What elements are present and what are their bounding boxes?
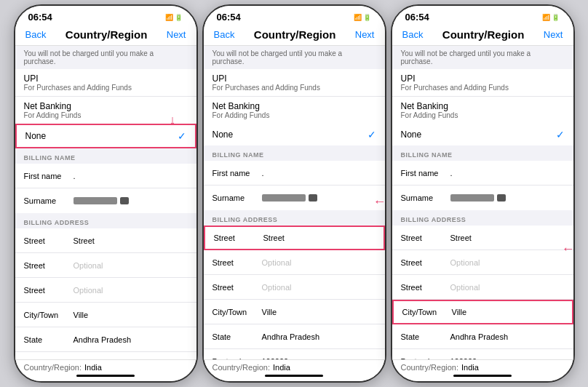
none-row-highlighted[interactable]: None ✓	[15, 124, 196, 148]
payment-option[interactable]: Net Banking For Adding Funds	[392, 97, 573, 124]
address-row-5[interactable]: Postcode 100000	[15, 352, 196, 359]
address-row-5[interactable]: Postcode 100000	[392, 349, 573, 359]
nav-back[interactable]: Back	[402, 29, 424, 40]
address-row-3[interactable]: City/Town Ville	[204, 300, 385, 324]
payment-option[interactable]: UPI For Purchases and Adding Funds	[392, 69, 573, 97]
billing-name-row[interactable]: Surname	[392, 185, 573, 210]
payment-option[interactable]: Net Banking For Adding Funds	[204, 97, 385, 124]
billing-name-row[interactable]: Surname	[204, 185, 385, 210]
nav-next[interactable]: Next	[355, 29, 375, 40]
billing-address-header: BILLING ADDRESS	[392, 210, 573, 226]
billing-name-row[interactable]: First name .	[392, 161, 573, 185]
address-row-1[interactable]: Street Optional	[15, 253, 196, 278]
nav-title: Country/Region	[254, 28, 336, 41]
info-text: You will not be charged until you make a…	[15, 46, 196, 69]
address-row-1[interactable]: Street Optional	[392, 250, 573, 275]
info-text: You will not be charged until you make a…	[204, 46, 385, 69]
status-icons: 📶 🔋	[354, 14, 372, 21]
home-indicator	[76, 375, 135, 377]
address-row-4[interactable]: State Andhra Pradesh	[15, 327, 196, 352]
country-region-label: Country/Region:	[401, 363, 459, 372]
address-row-3[interactable]: City/Town Ville	[15, 303, 196, 327]
country-region-label: Country/Region:	[212, 363, 271, 372]
status-time: 06:54	[405, 12, 429, 23]
none-row[interactable]: None ✓	[204, 124, 385, 145]
address-row-0[interactable]: Street Street	[15, 228, 196, 253]
address-row-2[interactable]: Street Optional	[15, 278, 196, 303]
billing-name-header: BILLING NAME	[204, 145, 385, 161]
phone-2: 06:54 📶 🔋 Back Country/Region Next ←You …	[202, 4, 386, 383]
address-row-4[interactable]: State Andhra Pradesh	[204, 324, 385, 349]
country-region-value: India	[273, 363, 290, 372]
payment-option[interactable]: UPI For Purchases and Adding Funds	[15, 69, 196, 97]
info-text: You will not be charged until you make a…	[392, 46, 573, 69]
address-row-0[interactable]: Street Street	[204, 226, 385, 250]
arrow-down-icon: ↓	[170, 113, 176, 127]
billing-name-row[interactable]: First name .	[15, 164, 196, 188]
arrow-left-city-icon: ←	[562, 242, 575, 255]
none-row[interactable]: None ✓	[392, 124, 573, 145]
status-icons: 📶 🔋	[165, 14, 183, 21]
billing-name-row[interactable]: First name .	[204, 161, 385, 185]
payment-option[interactable]: UPI For Purchases and Adding Funds	[204, 69, 385, 97]
status-icons: 📶 🔋	[542, 14, 560, 21]
billing-name-header: BILLING NAME	[15, 148, 196, 164]
phone-1: 06:54 📶 🔋 Back Country/Region Next ↓You …	[14, 4, 198, 383]
country-region-value: India	[84, 363, 102, 372]
address-row-5[interactable]: Postcode 100000	[204, 349, 385, 359]
status-time: 06:54	[28, 12, 52, 23]
home-indicator	[453, 375, 512, 377]
bottom-bar: Country/Region: India	[204, 359, 385, 381]
address-row-4[interactable]: State Andhra Pradesh	[392, 324, 573, 349]
bottom-bar: Country/Region: India	[392, 359, 573, 381]
nav-next[interactable]: Next	[167, 29, 186, 40]
address-row-2[interactable]: Street Optional	[204, 275, 385, 300]
status-time: 06:54	[217, 12, 241, 23]
country-region-value: India	[461, 363, 479, 372]
phone-3: 06:54 📶 🔋 Back Country/Region Next ←You …	[391, 4, 575, 383]
country-region-label: Country/Region:	[24, 363, 82, 372]
billing-name-header: BILLING NAME	[392, 145, 573, 161]
nav-next[interactable]: Next	[544, 29, 563, 40]
bottom-bar: Country/Region: India	[15, 359, 196, 381]
billing-name-row[interactable]: Surname	[15, 188, 196, 213]
address-row-0[interactable]: Street Street	[392, 226, 573, 250]
nav-title: Country/Region	[65, 28, 148, 41]
arrow-left-street-icon: ←	[373, 195, 386, 208]
billing-address-header: BILLING ADDRESS	[204, 210, 385, 226]
address-row-1[interactable]: Street Optional	[204, 250, 385, 275]
nav-back[interactable]: Back	[214, 29, 235, 40]
address-row-3[interactable]: City/Town Ville	[392, 300, 573, 324]
home-indicator	[265, 375, 323, 377]
nav-back[interactable]: Back	[25, 29, 47, 40]
billing-address-header: BILLING ADDRESS	[15, 213, 196, 228]
nav-title: Country/Region	[442, 28, 525, 41]
address-row-2[interactable]: Street Optional	[392, 275, 573, 300]
